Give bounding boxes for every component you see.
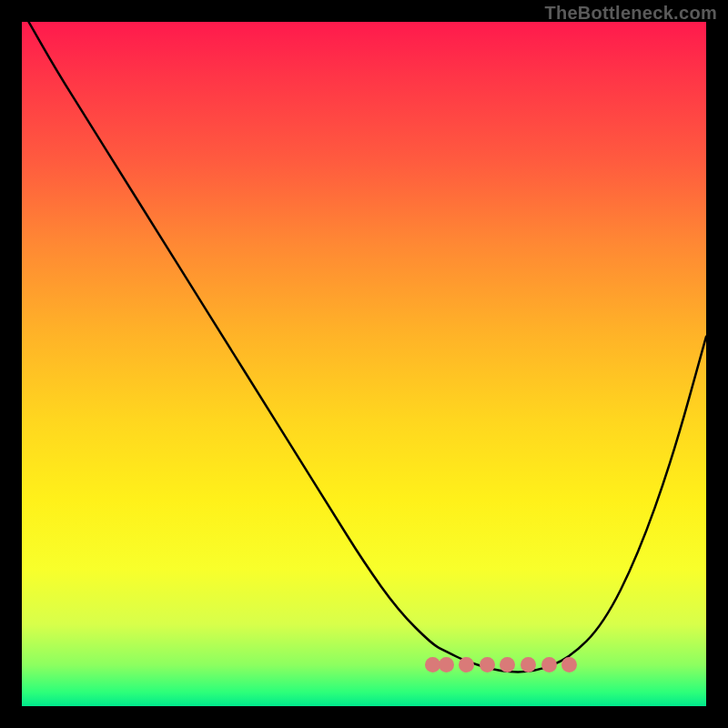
valley-marker-dot — [439, 657, 454, 672]
valley-marker-dot — [541, 657, 557, 672]
chart-container: TheBottleneck.com — [0, 0, 728, 728]
plot-area — [22, 22, 706, 706]
watermark-text: TheBottleneck.com — [544, 3, 717, 24]
bottleneck-curve — [29, 22, 707, 672]
curve-svg — [22, 22, 706, 706]
